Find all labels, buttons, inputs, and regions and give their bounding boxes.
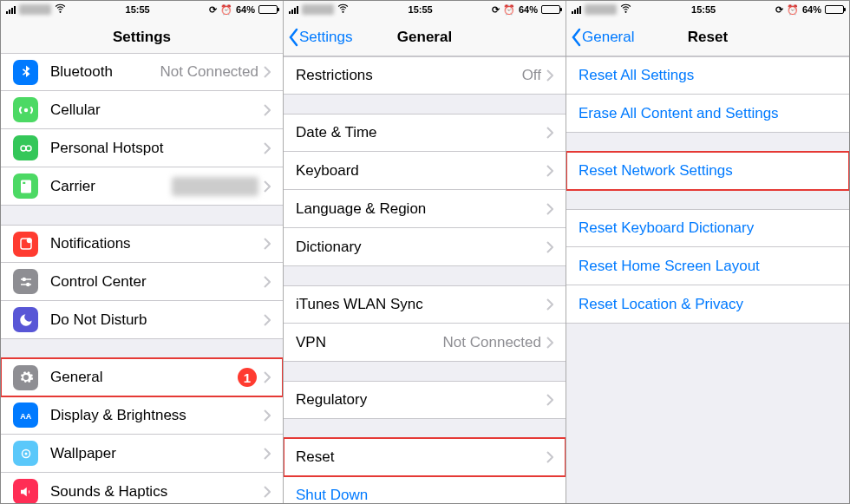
row-control-center[interactable]: Control Center (1, 263, 283, 301)
row-label: Reset Location & Privacy (579, 296, 837, 313)
nav-bar: General Reset (566, 18, 849, 56)
row-reset-home[interactable]: Reset Home Screen Layout (566, 247, 849, 285)
row-reset-keyboard[interactable]: Reset Keyboard Dictionary (566, 209, 849, 247)
row-label: VPN (296, 334, 443, 351)
chevron-right-icon (546, 298, 553, 311)
chevron-right-icon (264, 104, 271, 116)
row-hotspot[interactable]: Personal Hotspot (1, 129, 283, 167)
row-label: Reset Home Screen Layout (579, 258, 837, 275)
alarm-icon: ⏰ (503, 4, 515, 16)
carrier-icon (13, 173, 38, 199)
signal-icon (289, 6, 298, 14)
carrier-label: XXXX (585, 4, 617, 15)
page-title: Settings (1, 29, 283, 46)
svg-point-3 (26, 238, 31, 243)
sounds-icon (13, 479, 38, 503)
svg-text:AA: AA (20, 411, 31, 420)
chevron-right-icon (264, 448, 271, 460)
row-label: Regulatory (296, 391, 546, 409)
row-regulatory[interactable]: Regulatory (284, 381, 566, 419)
row-wallpaper[interactable]: Wallpaper (1, 435, 283, 473)
back-label: General (582, 29, 634, 46)
cellular-icon (13, 97, 38, 122)
row-dictionary[interactable]: Dictionary (284, 228, 566, 266)
row-label: Reset Keyboard Dictionary (579, 219, 837, 237)
rotation-lock-icon: ⟳ (492, 4, 500, 16)
battery-icon (825, 5, 844, 14)
chevron-right-icon (264, 180, 271, 193)
row-label: Restrictions (296, 67, 522, 84)
row-vpn[interactable]: VPNNot Connected (284, 324, 566, 362)
wallpaper-icon (13, 441, 38, 466)
row-shutdown[interactable]: Shut Down (284, 476, 566, 503)
row-bluetooth[interactable]: Bluetooth Not Connected (1, 53, 283, 91)
settings-screen: XXXX 15:55 ⟳ ⏰ 64% Settings Bluetooth No… (1, 1, 284, 503)
row-carrier[interactable]: Carrier XXXXXX (1, 167, 283, 206)
row-label: Personal Hotspot (50, 140, 264, 157)
chevron-right-icon (546, 165, 553, 177)
row-reset-location[interactable]: Reset Location & Privacy (566, 285, 849, 324)
row-erase-all[interactable]: Erase All Content and Settings (566, 95, 849, 133)
row-label: General (50, 369, 238, 386)
row-label: Bluetooth (50, 63, 160, 81)
svg-point-5 (26, 283, 29, 285)
carrier-label: XXXX (19, 4, 51, 15)
chevron-right-icon (264, 66, 271, 78)
control-center-icon (13, 269, 38, 294)
svg-point-0 (21, 146, 26, 151)
row-label: Sounds & Haptics (50, 483, 264, 501)
back-button[interactable]: Settings (284, 28, 352, 47)
nav-bar: Settings (1, 18, 283, 56)
row-language[interactable]: Language & Region (284, 190, 566, 228)
rotation-lock-icon: ⟳ (209, 4, 217, 16)
chevron-right-icon (546, 394, 553, 406)
battery-pct: 64% (236, 4, 255, 15)
wifi-icon (337, 3, 349, 16)
general-screen: XXXX 15:55 ⟳ ⏰ 64% Settings General Rest… (284, 1, 566, 503)
chevron-right-icon (546, 69, 553, 82)
row-label: iTunes WLAN Sync (296, 296, 546, 313)
row-keyboard[interactable]: Keyboard (284, 152, 566, 190)
chevron-right-icon (546, 337, 553, 349)
chevron-right-icon (264, 486, 271, 498)
row-label: Display & Brightness (50, 407, 264, 424)
row-cellular[interactable]: Cellular (1, 91, 283, 129)
row-datetime[interactable]: Date & Time (284, 114, 566, 152)
bluetooth-icon (13, 60, 38, 85)
row-restrictions[interactable]: Restrictions Off (284, 56, 566, 95)
back-label: Settings (299, 29, 352, 46)
chevron-right-icon (546, 451, 553, 463)
row-itunes[interactable]: iTunes WLAN Sync (284, 285, 566, 324)
battery-pct: 64% (802, 4, 821, 15)
status-bar: XXXX 15:55 ⟳ ⏰ 64% (1, 1, 283, 18)
reset-screen: XXXX 15:55 ⟳ ⏰ 64% General Reset Reset A… (566, 1, 849, 503)
row-reset-network[interactable]: Reset Network Settings (566, 152, 849, 190)
carrier-value: XXXXXX (172, 177, 258, 196)
row-sounds[interactable]: Sounds & Haptics (1, 473, 283, 503)
svg-point-8 (24, 452, 27, 455)
rotation-lock-icon: ⟳ (775, 4, 783, 16)
battery-pct: 64% (519, 4, 538, 15)
row-label: Keyboard (296, 162, 546, 180)
status-bar: XXXX 15:55 ⟳ ⏰ 64% (284, 1, 566, 18)
chevron-right-icon (546, 127, 553, 139)
chevron-right-icon (264, 314, 271, 326)
row-display[interactable]: AA Display & Brightness (1, 396, 283, 435)
row-reset[interactable]: Reset (284, 438, 566, 476)
row-notifications[interactable]: Notifications (1, 225, 283, 263)
row-dnd[interactable]: Do Not Disturb (1, 301, 283, 339)
badge-count: 1 (238, 368, 257, 387)
row-label: Reset Network Settings (579, 162, 837, 180)
row-general[interactable]: General 1 (1, 358, 283, 396)
clock: 15:55 (631, 4, 775, 15)
svg-point-4 (23, 278, 25, 280)
clock: 15:55 (349, 4, 492, 15)
signal-icon (6, 6, 16, 14)
row-label: Language & Region (296, 200, 546, 218)
row-label: Reset (296, 448, 546, 466)
hotspot-icon (13, 135, 38, 160)
row-label: Cellular (50, 101, 264, 119)
back-button[interactable]: General (566, 28, 634, 47)
row-reset-all[interactable]: Reset All Settings (566, 56, 849, 95)
alarm-icon: ⏰ (220, 4, 232, 16)
